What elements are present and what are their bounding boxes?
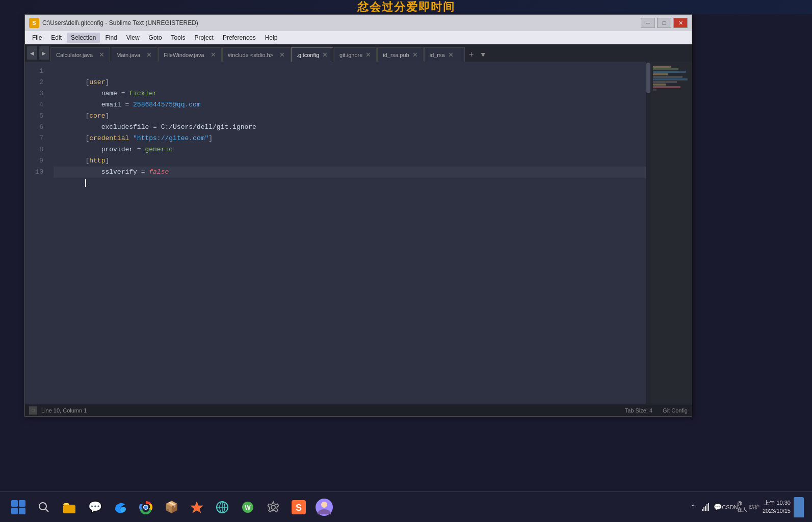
tab-next-button[interactable]: ▶ bbox=[39, 46, 49, 60]
tray-chat-icon[interactable]: 💬 bbox=[713, 502, 723, 512]
tab-close-main[interactable]: ✕ bbox=[146, 51, 152, 58]
maximize-button[interactable]: □ bbox=[657, 18, 671, 28]
editor-area: 1 2 3 4 5 6 7 8 9 10 [user] name = fickl… bbox=[25, 62, 692, 404]
menu-goto[interactable]: Goto bbox=[145, 33, 166, 43]
tab-size: Tab Size: 4 bbox=[625, 407, 652, 414]
svg-rect-21 bbox=[705, 506, 706, 511]
tray-location-label[interactable]: @在人 bbox=[737, 502, 747, 512]
tray-network-icon[interactable] bbox=[700, 502, 711, 512]
line-num-10: 10 bbox=[25, 167, 43, 178]
tab-gitignore[interactable]: git.ignore ✕ bbox=[334, 47, 377, 62]
windows-logo bbox=[11, 500, 25, 514]
notification-corner[interactable] bbox=[794, 497, 804, 517]
menu-bar: File Edit Selection Find View Goto Tools… bbox=[25, 31, 692, 44]
minimap-line bbox=[653, 86, 680, 88]
globe-icon bbox=[215, 500, 229, 514]
window-title: C:\Users\dell\.gitconfig - Sublime Text … bbox=[42, 19, 198, 26]
tab-main-java[interactable]: Main.java ✕ bbox=[111, 47, 158, 62]
minimize-button[interactable]: ─ bbox=[641, 18, 655, 28]
tray-up-arrow[interactable]: ⌃ bbox=[688, 502, 698, 512]
user-avatar-button[interactable] bbox=[314, 497, 334, 517]
close-button[interactable]: ✕ bbox=[673, 18, 688, 28]
minimap-line bbox=[653, 78, 688, 80]
menu-find[interactable]: Find bbox=[101, 33, 121, 43]
tab-close-stdio[interactable]: ✕ bbox=[279, 51, 285, 58]
cursor-position: Line 10, Column 1 bbox=[41, 407, 87, 414]
tab-close-gitignore[interactable]: ✕ bbox=[365, 51, 371, 58]
menu-tools[interactable]: Tools bbox=[167, 33, 190, 43]
tab-stdio-h[interactable]: #include <stdio.h> ✕ bbox=[222, 47, 291, 62]
line-num-3: 3 bbox=[25, 88, 43, 99]
minimap-line bbox=[653, 76, 683, 78]
tab-close-gitconfig[interactable]: ✕ bbox=[322, 51, 328, 58]
tab-id-rsa-pub[interactable]: id_rsa.pub ✕ bbox=[377, 47, 423, 62]
tab-calculator-java[interactable]: Calculator.java ✕ bbox=[50, 47, 110, 62]
line-num-2: 2 bbox=[25, 77, 43, 88]
windows-start-button[interactable] bbox=[8, 497, 29, 517]
tab-gitconfig[interactable]: .gitconfig ✕ bbox=[291, 47, 333, 62]
tray-csdn-label[interactable]: CSDN bbox=[725, 502, 735, 512]
code-editor[interactable]: [user] name = fickler email = 2586844575… bbox=[49, 62, 646, 404]
tab-add-button[interactable]: + bbox=[465, 47, 478, 62]
app3-button[interactable]: W bbox=[238, 497, 258, 517]
tab-close-id-rsa[interactable]: ✕ bbox=[448, 51, 454, 58]
svg-point-18 bbox=[321, 502, 327, 508]
title-bar-left: S C:\Users\dell\.gitconfig - Sublime Tex… bbox=[29, 18, 198, 28]
line-num-4: 4 bbox=[25, 99, 43, 111]
vertical-scrollbar[interactable] bbox=[646, 62, 651, 404]
code-line-2: name = fickler bbox=[54, 77, 646, 88]
window-controls: ─ □ ✕ bbox=[641, 18, 688, 28]
tab-overflow-button[interactable]: ▼ bbox=[478, 47, 488, 62]
menu-file[interactable]: File bbox=[28, 33, 46, 43]
chrome-icon bbox=[139, 500, 153, 514]
svg-line-1 bbox=[45, 509, 48, 512]
minimap-line bbox=[653, 89, 657, 91]
svg-point-0 bbox=[39, 503, 46, 510]
tab-close-id-rsa-pub[interactable]: ✕ bbox=[412, 51, 418, 58]
svg-rect-20 bbox=[703, 507, 704, 511]
line-num-1: 1 bbox=[25, 66, 43, 77]
tab-close-calculator[interactable]: ✕ bbox=[99, 51, 104, 58]
svg-rect-23 bbox=[708, 503, 709, 511]
files-button[interactable]: 📦 bbox=[161, 497, 181, 517]
status-icon: □ bbox=[29, 406, 37, 415]
menu-help[interactable]: Help bbox=[261, 33, 282, 43]
sublime-taskbar-button[interactable]: S bbox=[289, 497, 309, 517]
app2-button[interactable] bbox=[212, 497, 232, 517]
minimap-line bbox=[653, 71, 686, 73]
menu-view[interactable]: View bbox=[122, 33, 144, 43]
tab-id-rsa[interactable]: id_rsa ✕ bbox=[424, 47, 465, 62]
search-icon bbox=[38, 502, 49, 513]
svg-rect-2 bbox=[63, 505, 75, 513]
app1-button[interactable] bbox=[187, 497, 207, 517]
minimap-line bbox=[653, 66, 671, 68]
tab-prev-button[interactable]: ◀ bbox=[27, 46, 37, 60]
menu-preferences[interactable]: Preferences bbox=[219, 33, 260, 43]
menu-edit[interactable]: Edit bbox=[47, 33, 66, 43]
svg-rect-19 bbox=[702, 509, 703, 511]
file-explorer-button[interactable] bbox=[59, 497, 80, 517]
line-numbers: 1 2 3 4 5 6 7 8 9 10 bbox=[25, 62, 49, 404]
status-left: □ Line 10, Column 1 bbox=[29, 406, 87, 415]
settings-button[interactable] bbox=[263, 497, 283, 517]
system-clock[interactable]: 上午 10:30 2023/10/15 bbox=[763, 499, 791, 515]
system-time: 上午 10:30 bbox=[763, 499, 791, 507]
tab-filewindow-java[interactable]: FileWindow.java ✕ bbox=[158, 47, 221, 62]
edge-button[interactable] bbox=[110, 497, 130, 517]
folder-icon bbox=[62, 500, 76, 514]
line-num-6: 6 bbox=[25, 122, 43, 133]
svg-point-14 bbox=[271, 505, 275, 509]
app1-icon bbox=[190, 500, 204, 514]
tab-close-filewindow[interactable]: ✕ bbox=[211, 51, 216, 58]
tray-shield-label[interactable]: 防护 bbox=[749, 502, 759, 512]
chrome-button[interactable] bbox=[136, 497, 156, 517]
minimap-line bbox=[653, 81, 677, 83]
line-num-5: 5 bbox=[25, 111, 43, 122]
taskbar: 💬 📦 bbox=[0, 491, 812, 522]
chat-button[interactable]: 💬 bbox=[85, 497, 105, 517]
code-line-9: sslverify = false bbox=[54, 155, 646, 167]
menu-project[interactable]: Project bbox=[191, 33, 218, 43]
search-taskbar-button[interactable] bbox=[34, 497, 54, 517]
scrollbar-thumb[interactable] bbox=[646, 63, 650, 93]
menu-selection[interactable]: Selection bbox=[67, 33, 100, 43]
